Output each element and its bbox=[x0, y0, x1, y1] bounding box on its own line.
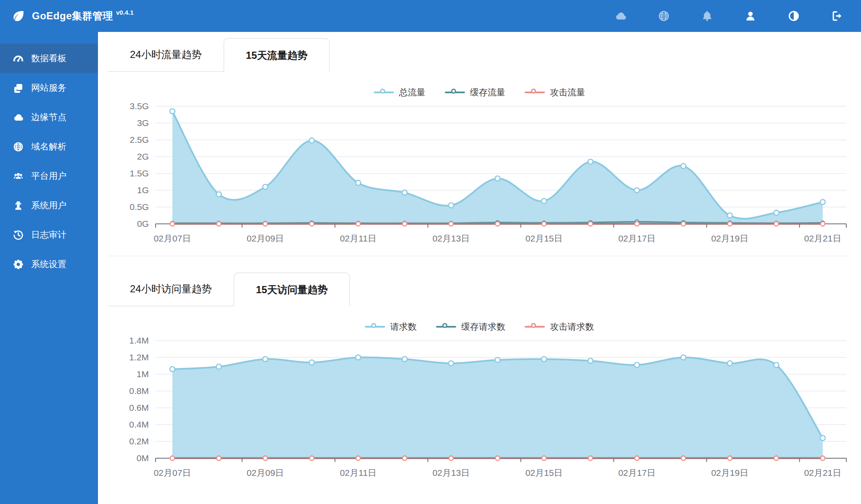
tab-requests-trend-1[interactable]: 24小时访问量趋势 bbox=[108, 272, 234, 306]
requests-trend-tabs: 24小时访问量趋势15天访问量趋势 bbox=[108, 272, 350, 306]
app-version: v0.4.1 bbox=[116, 8, 134, 17]
legend-label: 攻击流量 bbox=[550, 87, 585, 98]
legend-item-总流量[interactable]: 总流量 bbox=[374, 87, 425, 98]
x-axis-label: 02月15日 bbox=[526, 468, 563, 478]
x-axis-label: 02月17日 bbox=[618, 468, 656, 478]
contrast-icon[interactable] bbox=[787, 10, 800, 22]
y-axis-label: 0.5G bbox=[129, 202, 149, 212]
legend-marker-icon bbox=[374, 89, 394, 96]
x-axis-label: 02月09日 bbox=[247, 468, 284, 478]
tab-requests-trend-2[interactable]: 15天访问量趋势 bbox=[234, 273, 350, 306]
sidebar-item-label: 边缘节点 bbox=[31, 111, 66, 123]
y-axis-label: 0M bbox=[137, 453, 149, 463]
y-axis-label: 2G bbox=[137, 152, 149, 161]
user-secret-icon bbox=[13, 200, 24, 211]
legend-label: 请求数 bbox=[390, 321, 417, 333]
brand: GoEdge集群管理 v0.4.1 bbox=[0, 8, 134, 24]
sidebar-item-7[interactable]: 日志审计 bbox=[0, 220, 98, 249]
sidebar-item-8[interactable]: 系统设置 bbox=[0, 249, 98, 279]
sidebar-item-label: 系统设置 bbox=[31, 258, 66, 270]
users-icon bbox=[13, 171, 24, 182]
sidebar-item-label: 系统用户 bbox=[31, 200, 66, 211]
globe-icon[interactable] bbox=[658, 10, 670, 22]
x-axis-label: 02月21日 bbox=[804, 468, 842, 478]
globe-icon bbox=[13, 141, 24, 152]
sidebar-item-2[interactable]: 网站服务 bbox=[0, 73, 98, 102]
y-axis-label: 1.5G bbox=[129, 168, 149, 178]
tab-traffic-trend-2[interactable]: 15天流量趋势 bbox=[224, 38, 330, 72]
legend-item-攻击流量[interactable]: 攻击流量 bbox=[525, 87, 585, 98]
header-nav bbox=[614, 10, 861, 22]
x-axis-label: 02月17日 bbox=[618, 234, 656, 243]
legend-item-请求数[interactable]: 请求数 bbox=[365, 321, 417, 333]
legend-label: 总流量 bbox=[399, 87, 425, 98]
y-axis-label: 0.8M bbox=[129, 386, 149, 396]
traffic-trend-panel: 24小时流量趋势15天流量趋势总流量缓存流量攻击流量3.5G3G2.5G2G1.… bbox=[98, 38, 861, 246]
legend-item-缓存流量[interactable]: 缓存流量 bbox=[445, 87, 505, 98]
x-axis-label: 02月15日 bbox=[526, 234, 563, 243]
x-axis-label: 02月13日 bbox=[433, 234, 470, 243]
legend-label: 缓存流量 bbox=[470, 87, 505, 98]
y-axis-label: 1.2M bbox=[129, 352, 149, 362]
requests-trend-legend: 请求数缓存请求数攻击请求数 bbox=[98, 321, 861, 332]
x-axis-label: 02月13日 bbox=[433, 468, 470, 478]
bell-icon[interactable] bbox=[701, 10, 713, 22]
y-axis-label: 1G bbox=[137, 185, 149, 195]
y-axis-label: 0.2M bbox=[129, 436, 149, 446]
cloud-icon[interactable] bbox=[614, 10, 627, 22]
sidebar-item-label: 域名解析 bbox=[31, 141, 66, 152]
x-axis-label: 02月19日 bbox=[711, 234, 749, 243]
sidebar: 数据看板网站服务边缘节点域名解析平台用户系统用户日志审计系统设置 bbox=[0, 32, 98, 504]
traffic-trend-tabs: 24小时流量趋势15天流量趋势 bbox=[108, 38, 330, 72]
y-axis-label: 1M bbox=[137, 369, 149, 379]
legend-item-攻击请求数[interactable]: 攻击请求数 bbox=[525, 321, 594, 333]
legend-marker-icon bbox=[436, 323, 456, 331]
x-axis-label: 02月11日 bbox=[340, 234, 376, 243]
x-axis-label: 02月09日 bbox=[247, 234, 284, 243]
sidebar-item-label: 网站服务 bbox=[31, 82, 66, 94]
legend-marker-icon bbox=[365, 323, 385, 331]
leaf-logo-icon bbox=[12, 9, 25, 23]
panel-divider bbox=[108, 256, 848, 256]
signout-icon[interactable] bbox=[831, 10, 843, 22]
x-axis-label: 02月11日 bbox=[340, 468, 376, 478]
traffic-trend-legend: 总流量缓存流量攻击流量 bbox=[98, 87, 861, 98]
sidebar-item-4[interactable]: 域名解析 bbox=[0, 132, 98, 161]
sidebar-item-5[interactable]: 平台用户 bbox=[0, 161, 98, 191]
app-header: GoEdge集群管理 v0.4.1 bbox=[0, 0, 861, 32]
sidebar-item-label: 日志审计 bbox=[31, 229, 66, 241]
sidebar-item-label: 平台用户 bbox=[31, 170, 66, 182]
legend-marker-icon bbox=[525, 89, 545, 96]
requests-trend-panel: 24小时访问量趋势15天访问量趋势请求数缓存请求数攻击请求数1.4M1.2M1M… bbox=[98, 272, 861, 480]
x-axis-label: 02月07日 bbox=[154, 468, 191, 478]
sidebar-item-3[interactable]: 边缘节点 bbox=[0, 102, 98, 132]
sites-icon bbox=[13, 82, 24, 94]
requests-trend-chart: 1.4M1.2M1M0.8M0.6M0.4M0.2M0M02月07日02月09日… bbox=[108, 332, 861, 480]
sidebar-item-label: 数据看板 bbox=[31, 52, 66, 64]
x-axis-label: 02月21日 bbox=[804, 234, 842, 243]
y-axis-label: 2.5G bbox=[129, 135, 149, 144]
x-axis-label: 02月19日 bbox=[711, 468, 749, 478]
tab-traffic-trend-1[interactable]: 24小时流量趋势 bbox=[108, 38, 224, 71]
x-axis-label: 02月07日 bbox=[154, 234, 191, 243]
gear-icon bbox=[13, 259, 24, 270]
y-axis-label: 3G bbox=[137, 118, 149, 128]
sidebar-item-1[interactable]: 数据看板 bbox=[0, 44, 98, 73]
traffic-trend-chart: 3.5G3G2.5G2G1.5G1G0.5G0G02月07日02月09日02月1… bbox=[108, 98, 861, 246]
legend-label: 缓存请求数 bbox=[461, 321, 505, 333]
legend-label: 攻击请求数 bbox=[550, 321, 594, 333]
user-icon[interactable] bbox=[744, 10, 757, 22]
y-axis-label: 0.4M bbox=[129, 420, 149, 429]
dashboard-icon bbox=[13, 53, 24, 64]
legend-marker-icon bbox=[525, 323, 545, 331]
y-axis-label: 0G bbox=[137, 219, 149, 228]
area-fill bbox=[172, 357, 823, 458]
sidebar-item-6[interactable]: 系统用户 bbox=[0, 191, 98, 220]
main-content: 24小时流量趋势15天流量趋势总流量缓存流量攻击流量3.5G3G2.5G2G1.… bbox=[98, 32, 861, 504]
legend-item-缓存请求数[interactable]: 缓存请求数 bbox=[436, 321, 505, 333]
y-axis-label: 3.5G bbox=[129, 101, 149, 111]
legend-marker-icon bbox=[445, 89, 465, 96]
history-icon bbox=[13, 229, 24, 241]
y-axis-label: 1.4M bbox=[129, 336, 149, 345]
y-axis-label: 0.6M bbox=[129, 403, 149, 412]
